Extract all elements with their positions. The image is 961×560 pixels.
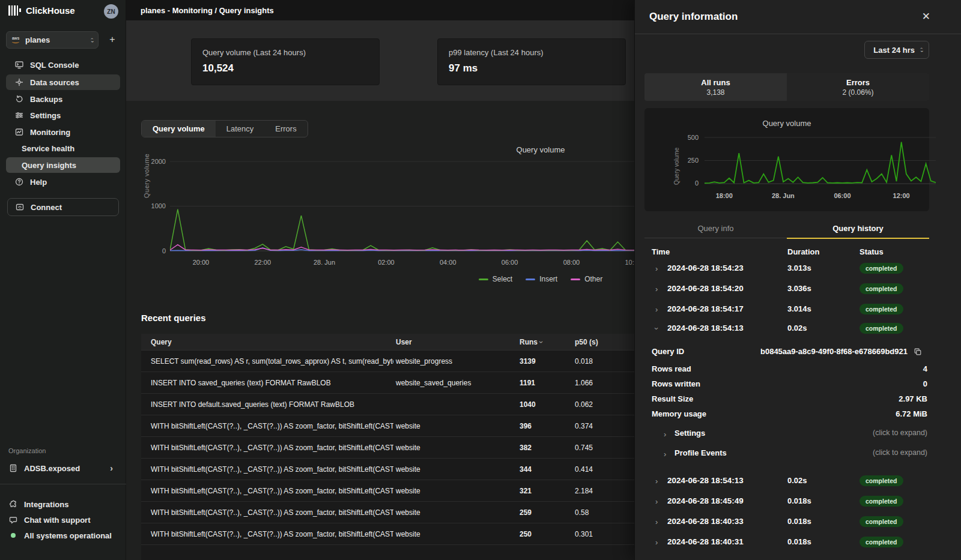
sort-desc-icon: › — [537, 341, 545, 343]
detail-row-memory-usage: Memory usage 6.72 MiB — [635, 409, 961, 420]
history-row[interactable]: › 2024-06-28 18:40:31 0.018s completed — [635, 532, 961, 553]
tab-query-info[interactable]: Query info — [644, 218, 787, 238]
query-information-panel: Query information ✕ Last 24 hrs ›› All r… — [634, 0, 961, 560]
help-icon — [14, 177, 24, 187]
status-badge: completed — [859, 537, 903, 547]
sidebar: ClickHouse ZN aws planes ›› + SQL Consol… — [0, 0, 126, 560]
profile-events-expander[interactable]: › Profile Events (click to expand) — [635, 448, 961, 460]
x-tick-label: 28. Jun — [772, 192, 795, 199]
copy-icon[interactable] — [914, 348, 922, 356]
chevron-right-icon: › — [664, 430, 666, 439]
x-tick-label: 08:00 — [563, 259, 580, 266]
sidebar-item-chat-support[interactable]: Chat with support — [8, 513, 120, 527]
history-row[interactable]: › 2024-06-28 18:54:17 3.014s completed — [635, 300, 961, 320]
chevron-right-icon[interactable]: › — [655, 538, 658, 547]
detail-row-result-size: Result Size 2.97 KB — [635, 394, 961, 405]
detail-row-rows-read: Rows read 4 — [635, 364, 961, 375]
tab-query-volume[interactable]: Query volume — [142, 121, 216, 137]
y-tick: 500 — [676, 134, 699, 141]
col-header-query[interactable]: Query — [141, 338, 393, 346]
status-badge: completed — [859, 496, 903, 507]
stat-card-p99-latency: p99 latency (Last 24 hours) 97 ms — [437, 38, 626, 85]
status-badge: completed — [859, 516, 903, 527]
legend-swatch — [479, 278, 488, 280]
user-avatar[interactable]: ZN — [104, 4, 118, 19]
chevron-right-icon[interactable]: › — [655, 497, 658, 506]
mini-query-volume-chart[interactable] — [705, 133, 936, 188]
history-row[interactable]: › 2024-06-28 18:54:13 0.02s completed — [635, 471, 961, 492]
connect-button[interactable]: Connect — [7, 198, 119, 216]
y-tick: 0 — [676, 179, 699, 187]
chevron-right-icon[interactable]: › — [655, 305, 658, 314]
clickhouse-logo-icon — [8, 5, 21, 16]
history-row[interactable]: › 2024-06-28 18:40:33 0.018s completed — [635, 512, 961, 532]
tab-errors[interactable]: Errors — [264, 121, 307, 137]
legend-item[interactable]: Other — [571, 275, 602, 283]
sidebar-item-sql-console[interactable]: SQL Console — [6, 57, 120, 73]
history-row[interactable]: › 2024-06-28 18:54:20 3.036s completed — [635, 279, 961, 300]
status-badge: completed — [859, 475, 903, 486]
system-status-item[interactable]: All systems operational — [8, 528, 120, 543]
close-icon[interactable]: ✕ — [922, 10, 930, 23]
sidebar-item-help[interactable]: Help — [6, 174, 120, 190]
history-row-expanded[interactable]: › 2024-06-28 18:54:13 0.02s completed — [635, 319, 961, 339]
monitoring-chart-icon — [14, 127, 24, 137]
panel-tab-group: Query info Query history — [644, 218, 929, 238]
y-tick: 1000 — [143, 202, 166, 209]
sidebar-item-service-health[interactable]: Service health — [6, 140, 120, 156]
sidebar-item-query-insights[interactable]: Query insights — [6, 157, 120, 173]
chevron-right-icon: › — [110, 463, 113, 473]
col-header-duration: Duration — [787, 247, 819, 256]
y-tick: 0 — [143, 247, 166, 254]
chevron-updown-icon: ›› — [921, 47, 923, 53]
tab-all-runs[interactable]: All runs 3,138 — [644, 73, 787, 101]
chevron-updown-icon: ›› — [91, 37, 93, 43]
sidebar-item-backups[interactable]: Backups — [6, 91, 120, 107]
legend-swatch — [571, 278, 580, 280]
sidebar-item-data-sources[interactable]: Data sources — [6, 74, 120, 90]
sidebar-divider — [0, 484, 126, 484]
chevron-right-icon[interactable]: › — [655, 517, 658, 526]
sidebar-item-integrations[interactable]: Integrations — [8, 497, 120, 511]
panel-title: Query information — [649, 11, 738, 23]
x-tick-label: 02:00 — [378, 259, 395, 266]
status-badge: completed — [859, 283, 903, 294]
data-sources-icon — [14, 77, 24, 87]
legend-label: Other — [584, 275, 602, 283]
x-tick-label: 06:00 — [502, 259, 518, 266]
stat-value: 10,524 — [202, 62, 368, 74]
col-header-status: Status — [859, 247, 884, 256]
legend-swatch — [526, 278, 535, 280]
status-badge: completed — [859, 304, 903, 315]
breadcrumb: planes - Monitoring / Query insights — [141, 6, 274, 15]
chevron-right-icon[interactable]: › — [655, 285, 658, 294]
tab-errors-summary[interactable]: Errors 2 (0.06%) — [787, 73, 929, 101]
legend-label: Insert — [539, 275, 557, 283]
settings-expander[interactable]: › Settings (click to expand) — [635, 429, 961, 441]
history-row[interactable]: › 2024-06-28 18:54:23 3.013s completed — [635, 259, 961, 279]
tab-query-history[interactable]: Query history — [787, 218, 929, 238]
chevron-right-icon[interactable]: › — [655, 264, 658, 273]
legend-item[interactable]: Insert — [526, 275, 557, 283]
add-service-button[interactable]: + — [106, 33, 119, 46]
tab-latency[interactable]: Latency — [216, 121, 265, 137]
col-header-user[interactable]: User — [393, 338, 520, 346]
stat-label: Query volume (Last 24 hours) — [202, 48, 368, 57]
legend-label: Select — [493, 275, 512, 283]
sidebar-item-monitoring[interactable]: Monitoring — [6, 124, 120, 140]
aws-icon: aws — [11, 37, 20, 43]
history-row[interactable]: › 2024-06-28 18:45:49 0.018s completed — [635, 492, 961, 512]
building-icon — [8, 463, 18, 473]
time-range-select[interactable]: Last 24 hrs ›› — [864, 41, 929, 59]
sidebar-item-settings[interactable]: Settings — [6, 107, 120, 123]
chevron-down-icon[interactable]: › — [652, 327, 661, 330]
chevron-right-icon[interactable]: › — [655, 477, 658, 486]
x-tick-label: 12:00 — [893, 192, 910, 199]
detail-row-rows-written: Rows written 0 — [635, 379, 961, 390]
x-tick-label: 22:00 — [254, 259, 271, 266]
organization-item[interactable]: ADSB.exposed › — [8, 461, 118, 475]
legend-item[interactable]: Select — [479, 275, 512, 283]
clickhouse-logo[interactable]: ClickHouse — [8, 5, 75, 16]
service-selector[interactable]: aws planes ›› — [6, 31, 99, 49]
col-header-runs[interactable]: Runs› — [520, 338, 575, 346]
